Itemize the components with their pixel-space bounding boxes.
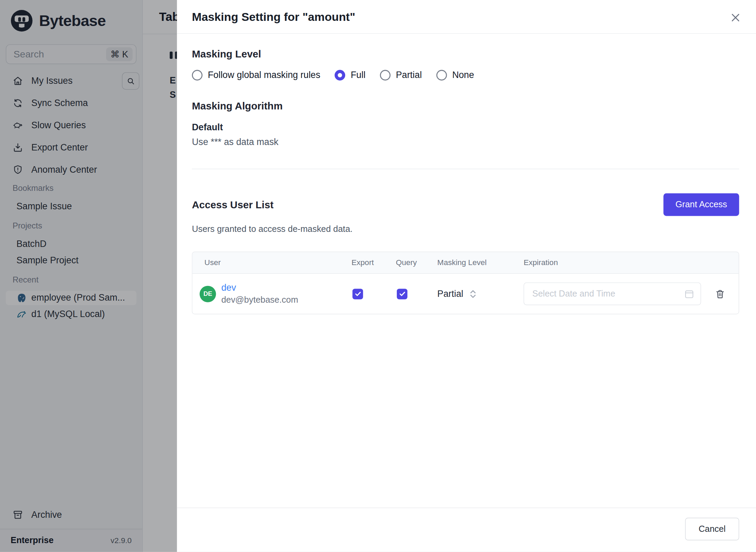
masking-setting-modal: Masking Setting for "amount" Masking Lev… bbox=[177, 0, 756, 552]
radio-option-follow-global[interactable]: Follow global masking rules bbox=[192, 70, 320, 80]
query-cell bbox=[396, 289, 437, 299]
app-window: Tab E S Bytebase ⌘ K My Issues bbox=[0, 0, 756, 552]
algorithm-description: Use *** as data mask bbox=[192, 137, 739, 147]
masking-level-select[interactable]: Partial bbox=[437, 288, 523, 300]
column-header-user: User bbox=[192, 258, 351, 267]
column-header-masking-level: Masking Level bbox=[437, 258, 523, 267]
radio-icon bbox=[436, 70, 447, 80]
radio-option-partial[interactable]: Partial bbox=[380, 70, 422, 80]
trash-icon bbox=[715, 289, 725, 299]
access-user-list-subtitle: Users granted to access de-masked data. bbox=[192, 224, 739, 234]
radio-label: Partial bbox=[396, 70, 422, 80]
user-cell: DE dev dev@bytebase.com bbox=[192, 282, 351, 305]
close-icon bbox=[730, 12, 741, 23]
table-header-row: User Export Query Masking Level Expirati… bbox=[192, 252, 739, 274]
delete-user-access-button[interactable] bbox=[715, 289, 725, 299]
check-icon bbox=[354, 290, 361, 297]
masking-level-value: Partial bbox=[437, 289, 463, 299]
check-icon bbox=[399, 290, 406, 297]
query-checkbox-checked[interactable] bbox=[397, 289, 407, 299]
masking-algorithm-heading: Masking Algorithm bbox=[192, 100, 739, 112]
radio-icon-selected bbox=[335, 70, 346, 80]
radio-option-full[interactable]: Full bbox=[335, 70, 366, 80]
expiration-datetime-input[interactable] bbox=[524, 282, 701, 305]
expiration-input[interactable] bbox=[524, 289, 684, 299]
algorithm-name: Default bbox=[192, 122, 739, 133]
export-checkbox-checked[interactable] bbox=[352, 289, 363, 299]
radio-icon bbox=[192, 70, 203, 80]
user-name-link[interactable]: dev bbox=[221, 282, 298, 293]
cancel-button[interactable]: Cancel bbox=[685, 518, 739, 540]
radio-option-none[interactable]: None bbox=[436, 70, 474, 80]
calendar-icon bbox=[684, 289, 694, 299]
radio-label: Full bbox=[351, 70, 365, 80]
section-divider bbox=[192, 169, 739, 169]
column-header-query: Query bbox=[396, 258, 437, 267]
modal-footer: Cancel bbox=[177, 508, 756, 552]
select-chevrons-icon bbox=[470, 288, 477, 300]
user-email: dev@bytebase.com bbox=[221, 295, 298, 305]
close-button[interactable] bbox=[729, 11, 742, 24]
masking-level-radio-group: Follow global masking rules Full Partial… bbox=[192, 70, 739, 80]
table-row: DE dev dev@bytebase.com bbox=[192, 274, 739, 314]
radio-label: None bbox=[452, 70, 474, 80]
masking-level-heading: Masking Level bbox=[192, 48, 739, 60]
grant-access-button[interactable]: Grant Access bbox=[663, 193, 739, 216]
modal-title: Masking Setting for "amount" bbox=[192, 10, 355, 23]
modal-body: Masking Level Follow global masking rule… bbox=[177, 34, 756, 508]
column-header-export: Export bbox=[351, 258, 396, 267]
access-user-list-header: Access User List Grant Access bbox=[192, 193, 739, 216]
radio-icon bbox=[380, 70, 391, 80]
avatar: DE bbox=[200, 286, 216, 302]
column-header-expiration: Expiration bbox=[524, 258, 739, 267]
radio-label: Follow global masking rules bbox=[208, 70, 320, 80]
access-user-list-heading: Access User List bbox=[192, 199, 274, 210]
export-cell bbox=[351, 289, 396, 299]
modal-header: Masking Setting for "amount" bbox=[177, 0, 756, 34]
expiration-cell bbox=[524, 282, 739, 305]
access-user-table: User Export Query Masking Level Expirati… bbox=[192, 252, 739, 314]
